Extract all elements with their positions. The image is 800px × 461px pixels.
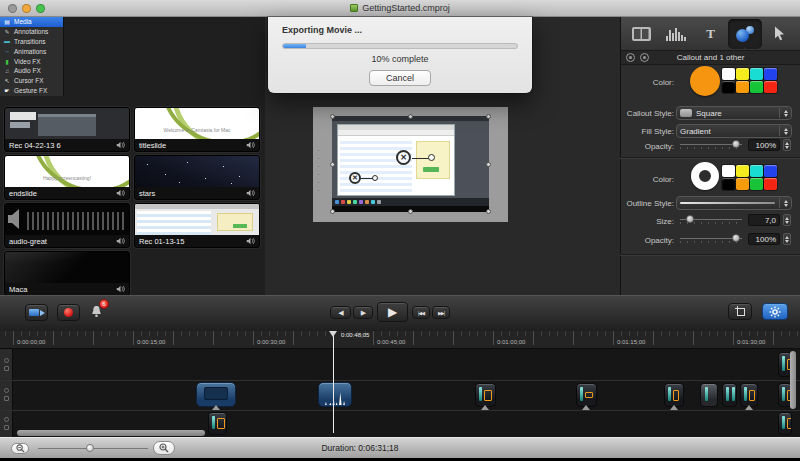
callout-clip[interactable] bbox=[208, 412, 227, 435]
color-swatch[interactable] bbox=[750, 178, 763, 190]
close-window-button[interactable] bbox=[8, 4, 17, 13]
callout-clip[interactable] bbox=[475, 383, 496, 407]
video-clip[interactable] bbox=[196, 382, 236, 407]
callout-clip[interactable] bbox=[740, 383, 758, 407]
color-swatch[interactable] bbox=[750, 165, 763, 177]
tab-audio-properties[interactable] bbox=[659, 19, 694, 49]
track-2-header[interactable] bbox=[0, 380, 13, 410]
global-properties-icon[interactable] bbox=[626, 53, 635, 62]
tab-media-properties[interactable] bbox=[624, 19, 659, 49]
fill-color-well[interactable] bbox=[690, 66, 720, 96]
playhead-handle[interactable] bbox=[329, 331, 337, 337]
bin-menu-item-animations[interactable]: →Animations bbox=[0, 46, 63, 56]
resize-handle[interactable] bbox=[486, 162, 491, 167]
stepper[interactable] bbox=[779, 198, 788, 208]
stepper[interactable] bbox=[783, 214, 791, 226]
zoom-window-button[interactable] bbox=[36, 4, 45, 13]
outline-style-dropdown[interactable] bbox=[676, 196, 792, 210]
callout-marker[interactable]: ✕ bbox=[349, 172, 361, 184]
outline-color-well[interactable] bbox=[691, 162, 719, 190]
callout-anchor[interactable] bbox=[428, 154, 435, 161]
color-swatch[interactable] bbox=[736, 81, 749, 93]
bin-menu-item-audio-fx[interactable]: ♫Audio FX bbox=[0, 66, 63, 76]
color-swatch[interactable] bbox=[764, 178, 777, 190]
track-1-header[interactable] bbox=[0, 349, 13, 380]
media-item[interactable]: Rec 04-22-13 6 bbox=[4, 107, 130, 152]
tab-cursor-properties[interactable] bbox=[762, 19, 797, 49]
fill-opacity-value[interactable]: 100% bbox=[748, 139, 780, 151]
color-swatch[interactable] bbox=[750, 68, 763, 80]
media-item[interactable]: Rec 01-13-15 bbox=[134, 203, 260, 248]
tab-callout-properties[interactable] bbox=[728, 19, 763, 49]
resize-handle[interactable] bbox=[486, 114, 491, 119]
media-item[interactable]: Maca bbox=[4, 251, 130, 296]
timeline-zoom-slider[interactable] bbox=[38, 448, 148, 449]
bin-menu-item-media[interactable]: ▤Media bbox=[0, 17, 63, 27]
zoom-in-timeline-button[interactable] bbox=[153, 441, 175, 455]
minimize-window-button[interactable] bbox=[22, 4, 31, 13]
callout-clip[interactable] bbox=[664, 383, 684, 407]
fill-style-dropdown[interactable]: Gradient bbox=[676, 124, 792, 138]
import-media-button[interactable] bbox=[25, 304, 48, 321]
outline-opacity-slider[interactable] bbox=[680, 234, 742, 244]
callout-style-dropdown[interactable]: Square bbox=[676, 106, 792, 120]
stepper[interactable] bbox=[783, 139, 791, 151]
step-back-button[interactable]: ◀ bbox=[330, 306, 351, 319]
fill-opacity-slider[interactable] bbox=[680, 140, 742, 150]
slider-knob[interactable] bbox=[732, 140, 740, 148]
color-swatch[interactable] bbox=[764, 81, 777, 93]
color-swatch[interactable] bbox=[736, 165, 749, 177]
bin-menu-item-transitions[interactable]: ▬Transitions bbox=[0, 37, 63, 47]
callout-marker[interactable]: ✕ bbox=[396, 150, 411, 165]
callout-clip[interactable] bbox=[778, 412, 792, 435]
playhead[interactable] bbox=[333, 331, 334, 433]
resize-handle[interactable] bbox=[408, 209, 413, 214]
stepper[interactable] bbox=[783, 233, 791, 245]
stepper[interactable] bbox=[779, 108, 788, 118]
notifications-button[interactable]: 6 bbox=[90, 304, 104, 320]
color-swatch[interactable] bbox=[722, 81, 735, 93]
cancel-button[interactable]: Cancel bbox=[369, 70, 431, 86]
resize-handle[interactable] bbox=[330, 209, 335, 214]
vertical-scrollbar[interactable] bbox=[790, 351, 796, 409]
color-swatch[interactable] bbox=[736, 68, 749, 80]
video-preview[interactable] bbox=[332, 116, 489, 212]
stepper[interactable] bbox=[779, 126, 788, 136]
timeline-ruler[interactable]: 0:00:00;00 0:00:15;00 0:00:30;00 0:00:45… bbox=[0, 331, 800, 349]
outline-size-slider[interactable] bbox=[680, 215, 742, 225]
callout-clip[interactable] bbox=[576, 383, 597, 407]
slider-knob[interactable] bbox=[732, 234, 740, 242]
bin-menu-item-video-fx[interactable]: ▮Video FX bbox=[0, 56, 63, 66]
color-swatch[interactable] bbox=[750, 81, 763, 93]
color-swatch[interactable] bbox=[722, 165, 735, 177]
resize-handle[interactable] bbox=[330, 114, 335, 119]
color-swatch[interactable] bbox=[764, 165, 777, 177]
callout-anchor[interactable] bbox=[372, 175, 378, 181]
media-item[interactable]: Welcome to Camtasia for Mac titleslide bbox=[134, 107, 260, 152]
track-3-header[interactable] bbox=[0, 410, 13, 437]
jump-to-end-button[interactable]: ▶▶| bbox=[432, 306, 450, 319]
outline-opacity-value[interactable]: 100% bbox=[748, 233, 780, 245]
color-swatch[interactable] bbox=[722, 68, 735, 80]
outline-size-value[interactable]: 7,0 bbox=[748, 214, 780, 226]
media-item[interactable]: audio-great bbox=[4, 203, 130, 248]
callout-clip[interactable] bbox=[700, 383, 718, 407]
slider-knob[interactable] bbox=[86, 444, 94, 452]
color-swatch[interactable] bbox=[722, 178, 735, 190]
media-item[interactable]: stars bbox=[134, 155, 260, 200]
color-swatch[interactable] bbox=[736, 178, 749, 190]
media-item[interactable]: Happy screencasting! endslide bbox=[4, 155, 130, 200]
record-button[interactable] bbox=[57, 304, 80, 321]
jump-to-start-button[interactable]: |◀◀ bbox=[412, 306, 430, 319]
resize-handle[interactable] bbox=[408, 114, 413, 119]
resize-handle[interactable] bbox=[330, 162, 335, 167]
resize-handle[interactable] bbox=[486, 209, 491, 214]
callout-clip[interactable] bbox=[722, 383, 737, 407]
effect-properties-icon[interactable] bbox=[640, 53, 649, 62]
step-forward-button[interactable]: ▶ bbox=[353, 306, 373, 319]
bin-menu-item-gesture-fx[interactable]: ☛Gesture FX bbox=[0, 86, 63, 96]
crop-button[interactable] bbox=[728, 303, 752, 320]
bin-menu-item-annotations[interactable]: ✎Annotations bbox=[0, 27, 63, 37]
horizontal-scrollbar[interactable] bbox=[17, 430, 205, 436]
video-clip[interactable] bbox=[318, 382, 352, 407]
